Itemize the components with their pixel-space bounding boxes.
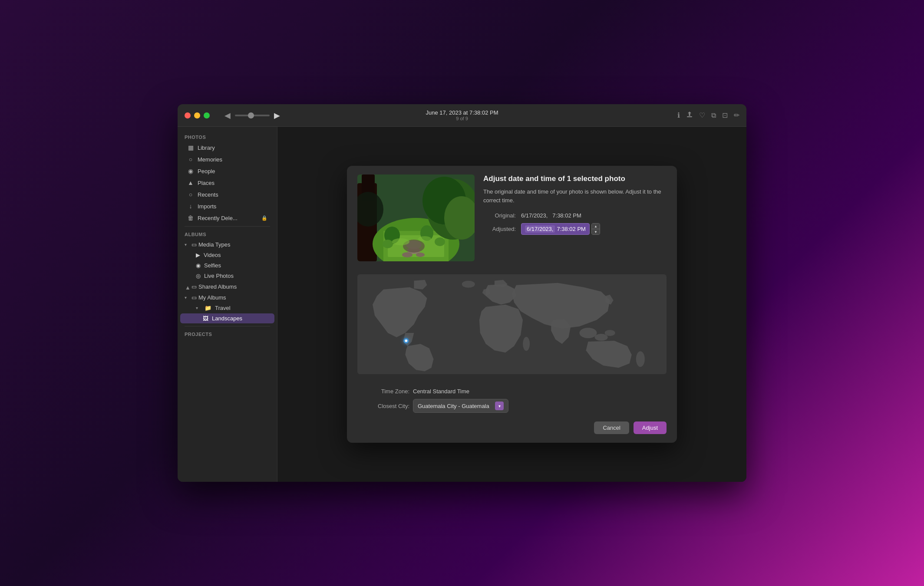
imports-label: Imports xyxy=(198,203,267,210)
landscapes-label: Landscapes xyxy=(212,315,242,322)
my-albums-chevron: ▾ xyxy=(185,295,190,300)
timezone-row: Time Zone: Central Standard Time xyxy=(357,388,667,395)
world-map xyxy=(357,274,667,374)
places-icon: ▲ xyxy=(187,179,194,186)
date-stepper[interactable]: ▲ ▼ xyxy=(591,223,600,235)
timezone-value: Central Standard Time xyxy=(413,388,469,395)
svg-point-18 xyxy=(383,240,393,248)
videos-icon: ▶ xyxy=(196,252,200,258)
sidebar-item-recently-deleted[interactable]: 🗑 Recently Dele... 🔒 xyxy=(180,212,274,224)
travel-label: Travel xyxy=(215,305,231,311)
adjusted-date-value[interactable]: 6/17/2023, xyxy=(525,225,555,233)
travel-group-header[interactable]: ▾ 📁 Travel xyxy=(180,303,274,313)
title-bar: ◀ ▶ June 17, 2023 at 7:38:02 PM 9 of 9 ℹ… xyxy=(178,104,746,127)
my-albums-label: My Albums xyxy=(198,294,226,301)
media-types-header[interactable]: ▾ ▭ Media Types xyxy=(180,240,274,250)
original-date-row: Original: 6/17/2023, 7:38:02 PM xyxy=(483,212,667,219)
recents-label: Recents xyxy=(198,191,267,198)
sidebar-item-people[interactable]: ◉ People xyxy=(180,165,274,177)
toolbar-actions: ℹ ♡ ⧉ ⊡ ✏ xyxy=(677,111,739,120)
window-subtitle: 9 of 9 xyxy=(426,116,498,121)
sidebar-group-my-albums: ▾ ▭ My Albums ▾ 📁 Travel 🖼 Landscapes xyxy=(178,293,277,323)
live-photos-label: Live Photos xyxy=(204,273,234,279)
sidebar: Photos ▦ Library ○ Memories ◉ People ▲ P… xyxy=(178,127,277,482)
dialog-overlay: Adjust date and time of 1 selected photo… xyxy=(277,127,746,482)
cancel-button[interactable]: Cancel xyxy=(594,421,629,434)
library-icon: ▦ xyxy=(187,144,194,151)
crop-icon[interactable]: ⊡ xyxy=(722,111,728,119)
photos-section-label: Photos xyxy=(178,132,277,142)
albums-section-label: Albums xyxy=(178,229,277,239)
videos-label: Videos xyxy=(204,252,221,258)
close-button[interactable] xyxy=(185,112,191,119)
people-label: People xyxy=(198,168,267,174)
original-label: Original: xyxy=(483,212,516,219)
share-icon[interactable] xyxy=(686,111,693,120)
sidebar-divider-2 xyxy=(185,326,270,326)
svg-point-26 xyxy=(636,351,645,367)
city-select[interactable]: Guatemala City - Guatemala ▾ xyxy=(413,399,508,413)
recently-deleted-label: Recently Dele... xyxy=(198,215,258,221)
folder-icon: ▭ xyxy=(191,241,197,248)
memories-icon: ○ xyxy=(187,156,194,163)
sidebar-item-library[interactable]: ▦ Library xyxy=(180,142,274,153)
sidebar-item-videos[interactable]: ▶ Videos xyxy=(180,250,274,260)
selfies-label: Selfies xyxy=(204,262,221,269)
city-dropdown-arrow[interactable]: ▾ xyxy=(495,402,504,410)
stepper-down[interactable]: ▼ xyxy=(592,229,600,234)
sidebar-item-selfies[interactable]: ◉ Selfies xyxy=(180,260,274,270)
svg-point-9 xyxy=(402,252,412,257)
sidebar-item-landscapes[interactable]: 🖼 Landscapes xyxy=(180,313,274,323)
timezone-label: Time Zone: xyxy=(357,388,409,395)
sidebar-item-memories[interactable]: ○ Memories xyxy=(180,154,274,165)
svg-point-19 xyxy=(435,237,445,246)
edit-icon[interactable]: ✏ xyxy=(734,111,739,119)
dialog-top: Adjust date and time of 1 selected photo… xyxy=(347,166,677,270)
location-dot-center xyxy=(405,339,407,342)
sidebar-group-media-types: ▾ ▭ Media Types ▶ Videos ◉ Selfies ◎ Liv… xyxy=(178,240,277,281)
adjusted-time-value[interactable]: 7:38:02 PM xyxy=(557,226,586,232)
duplicate-icon[interactable]: ⧉ xyxy=(711,112,716,119)
nav-slider[interactable] xyxy=(235,115,270,116)
stepper-up[interactable]: ▲ xyxy=(592,224,600,229)
travel-chevron: ▾ xyxy=(196,306,201,310)
original-date-value: 6/17/2023, xyxy=(521,212,548,219)
shared-albums-label: Shared Albums xyxy=(198,283,237,290)
back-arrow[interactable]: ◀ xyxy=(223,110,232,121)
sidebar-item-recents[interactable]: ○ Recents xyxy=(180,189,274,200)
nav-slider-thumb xyxy=(248,112,254,119)
library-label: Library xyxy=(198,145,267,151)
forward-arrow[interactable]: ▶ xyxy=(272,110,282,121)
photo-thumbnail xyxy=(357,174,475,261)
sidebar-item-imports[interactable]: ↓ Imports xyxy=(180,201,274,212)
title-bar-center: June 17, 2023 at 7:38:02 PM 9 of 9 xyxy=(426,109,498,121)
dialog-description: The original date and time of your photo… xyxy=(483,188,667,204)
minimize-button[interactable] xyxy=(194,112,200,119)
date-input-field[interactable]: 6/17/2023, 7:38:02 PM xyxy=(521,223,590,235)
my-albums-icon: ▭ xyxy=(191,294,197,301)
heart-icon[interactable]: ♡ xyxy=(699,111,705,119)
svg-point-27 xyxy=(523,337,530,351)
svg-point-23 xyxy=(579,328,597,338)
adjusted-date-input-group[interactable]: 6/17/2023, 7:38:02 PM ▲ ▼ xyxy=(521,223,600,235)
svg-point-20 xyxy=(392,238,409,245)
travel-folder-icon: 📁 xyxy=(205,305,211,311)
adjust-button[interactable]: Adjust xyxy=(634,421,667,434)
original-time-value: 7:38:02 PM xyxy=(552,212,581,219)
sidebar-item-live-photos[interactable]: ◎ Live Photos xyxy=(180,271,274,281)
sidebar-item-places[interactable]: ▲ Places xyxy=(180,177,274,188)
shared-albums-chevron: ▶ xyxy=(185,284,190,290)
dialog-buttons: Cancel Adjust xyxy=(357,421,667,434)
my-albums-header[interactable]: ▾ ▭ My Albums xyxy=(180,293,274,303)
svg-point-24 xyxy=(595,334,608,341)
shared-albums-header[interactable]: ▶ ▭ Shared Albums xyxy=(180,282,274,292)
svg-point-28 xyxy=(462,281,475,288)
fullscreen-button[interactable] xyxy=(204,112,210,119)
info-icon[interactable]: ℹ xyxy=(677,111,680,119)
landscapes-icon: 🖼 xyxy=(203,315,208,322)
svg-point-25 xyxy=(605,330,615,336)
navigation-controls: ◀ ▶ xyxy=(223,110,282,121)
city-label: Closest City: xyxy=(357,403,409,409)
places-label: Places xyxy=(198,180,267,186)
adjust-date-dialog: Adjust date and time of 1 selected photo… xyxy=(347,166,677,443)
